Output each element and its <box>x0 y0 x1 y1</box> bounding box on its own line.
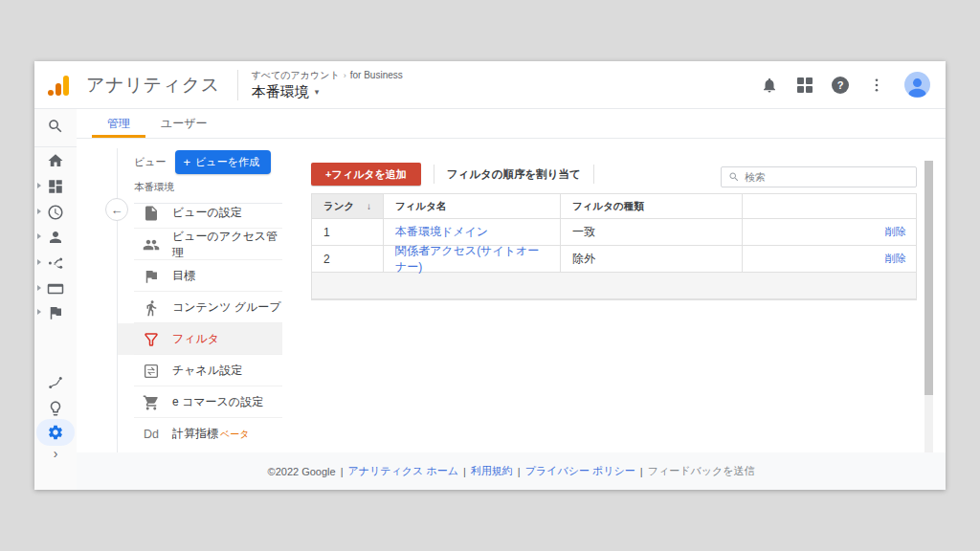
column-header-type[interactable]: フィルタの種類 <box>561 194 743 218</box>
attribution-icon[interactable] <box>47 374 64 391</box>
footer-separator: | <box>518 466 521 477</box>
filter-type-cell: 除外 <box>561 246 743 272</box>
plus-icon: + <box>184 158 191 167</box>
add-filter-button[interactable]: +フィルタを追加 <box>311 163 421 186</box>
property-selector[interactable]: 本番環境 ▾ <box>252 83 403 101</box>
actions-cell: 削除 <box>743 219 916 245</box>
audience-person-icon[interactable] <box>47 229 64 246</box>
delete-link[interactable]: 削除 <box>885 252 906 266</box>
property-name: 本番環境 <box>252 83 309 101</box>
tab-admin[interactable]: 管理 <box>92 109 145 138</box>
menu-item-label: 計算指標ベータ <box>172 426 249 442</box>
footer-send-feedback[interactable]: フィードバックを送信 <box>648 464 755 478</box>
delete-link[interactable]: 削除 <box>885 225 906 239</box>
behavior-card-icon[interactable] <box>47 280 64 298</box>
notifications-bell-icon[interactable] <box>761 77 778 94</box>
help-icon[interactable]: ? <box>832 77 849 94</box>
menu-item-view-settings[interactable]: ビューの設定 <box>118 197 282 229</box>
menu-item-label: チャネル設定 <box>172 363 242 379</box>
filters-work-area: +フィルタを追加 フィルタの順序を割り当て ランク ↓ <box>282 139 946 452</box>
google-analytics-logo-icon <box>48 75 69 96</box>
grid-square <box>806 77 813 84</box>
logo-dot <box>48 90 54 96</box>
scrollbar-thumb[interactable] <box>924 161 933 395</box>
tab-user-label: ユーザー <box>161 116 208 132</box>
footer-link-analytics-home[interactable]: アナリティクス ホーム <box>348 464 458 478</box>
filter-name-link[interactable]: 本番環境ドメイン <box>395 224 488 240</box>
expand-caret-icon[interactable] <box>37 209 41 214</box>
menu-item-label: e コマースの設定 <box>172 394 263 410</box>
home-icon[interactable] <box>47 152 64 169</box>
menu-item-content-grouping[interactable]: コンテンツ グループ <box>118 292 282 323</box>
column-header-label: ランク <box>323 200 354 213</box>
filters-table: ランク ↓ フィルタ名 フィルタの種類 1 本番環境ドメイン 一致 削除 <box>311 193 917 300</box>
menu-item-label: コンテンツ グループ <box>172 299 281 316</box>
realtime-clock-icon[interactable] <box>47 204 64 221</box>
customization-icon[interactable] <box>47 178 64 195</box>
desktop-background: アナリティクス すべてのアカウント › for Business 本番環境 ▾ <box>0 0 980 551</box>
table-header-row: ランク ↓ フィルタ名 フィルタの種類 <box>312 194 916 219</box>
filter-name-cell: 関係者アクセス(サイトオーナー) <box>384 246 561 272</box>
kebab-menu-icon[interactable] <box>868 77 885 94</box>
view-settings-menu: ビューの設定 ビューのアクセス管理 目標 <box>118 197 282 450</box>
footer-link-terms[interactable]: 利用規約 <box>471 464 513 478</box>
column-header-label: フィルタ名 <box>395 200 446 213</box>
header-divider <box>237 70 238 100</box>
rail-expand-chevron-icon[interactable]: › <box>34 446 77 461</box>
column-header-rank[interactable]: ランク ↓ <box>312 194 384 218</box>
table-footer-strip <box>312 273 916 299</box>
rank-cell: 2 <box>312 246 384 272</box>
logo-tall-bar <box>63 76 69 96</box>
footer-link-privacy[interactable]: プライバシー ポリシー <box>525 464 635 478</box>
menu-item-channel-settings[interactable]: チャネル設定 <box>118 355 282 386</box>
walking-person-icon <box>143 299 160 317</box>
conversions-flag-icon[interactable] <box>47 304 64 321</box>
acquisition-branch-icon[interactable] <box>47 254 64 272</box>
main-area: 管理 ユーザー ビュー + ビューを作成 <box>77 109 946 490</box>
menu-item-goals[interactable]: 目標 <box>118 260 282 292</box>
search-input[interactable] <box>745 171 909 183</box>
expand-caret-icon[interactable] <box>37 183 41 188</box>
app-header: アナリティクス すべてのアカウント › for Business 本番環境 ▾ <box>34 61 946 109</box>
filter-type-cell: 一致 <box>561 219 743 245</box>
insights-lightbulb-icon[interactable] <box>47 400 64 417</box>
menu-item-view-access[interactable]: ビューのアクセス管理 <box>118 229 282 260</box>
menu-item-ecommerce-settings[interactable]: e コマースの設定 <box>118 386 282 418</box>
menu-item-calculated-metrics[interactable]: Dd 計算指標ベータ <box>118 418 282 450</box>
vertical-scrollbar[interactable] <box>924 161 933 452</box>
menu-item-filters[interactable]: フィルタ <box>118 323 282 355</box>
breadcrumb-org: for Business <box>350 70 403 80</box>
expand-caret-icon[interactable] <box>37 309 41 315</box>
breadcrumb-separator: › <box>344 71 346 80</box>
tab-user[interactable]: ユーザー <box>145 109 223 138</box>
breadcrumb-top[interactable]: すべてのアカウント › for Business <box>252 69 403 82</box>
admin-gear-icon[interactable] <box>36 419 75 446</box>
filter-search-box[interactable] <box>721 166 917 187</box>
user-avatar[interactable] <box>904 72 930 98</box>
table-row: 2 関係者アクセス(サイトオーナー) 除外 削除 <box>312 246 916 273</box>
people-group-icon <box>143 236 160 253</box>
expand-caret-icon[interactable] <box>37 259 41 265</box>
assign-filter-order-button[interactable]: フィルタの順序を割り当て <box>447 167 581 182</box>
footer-separator: | <box>640 466 643 477</box>
create-view-button[interactable]: + ビューを作成 <box>175 150 271 174</box>
document-icon <box>143 205 160 222</box>
chevron-down-icon: ▾ <box>315 87 320 97</box>
footer-separator: | <box>463 466 466 477</box>
search-icon[interactable] <box>47 118 64 135</box>
filter-funnel-icon <box>143 331 160 348</box>
filter-name-link[interactable]: 関係者アクセス(サイトオーナー) <box>395 243 548 276</box>
apps-grid-icon[interactable] <box>797 77 813 93</box>
expand-caret-icon[interactable] <box>37 233 41 239</box>
content-row: ビュー + ビューを作成 本番環境 ← <box>77 139 946 452</box>
grid-square <box>797 77 804 84</box>
column-header-name[interactable]: フィルタ名 <box>384 194 561 218</box>
active-tab-underline <box>92 135 145 138</box>
app-title: アナリティクス <box>86 73 220 98</box>
menu-item-label: 目標 <box>172 268 195 284</box>
analytics-window: アナリティクス すべてのアカウント › for Business 本番環境 ▾ <box>34 61 946 490</box>
flag-icon <box>143 268 160 285</box>
filter-name-cell: 本番環境ドメイン <box>384 219 561 245</box>
expand-caret-icon[interactable] <box>37 285 41 291</box>
back-arrow-button[interactable]: ← <box>105 198 128 221</box>
